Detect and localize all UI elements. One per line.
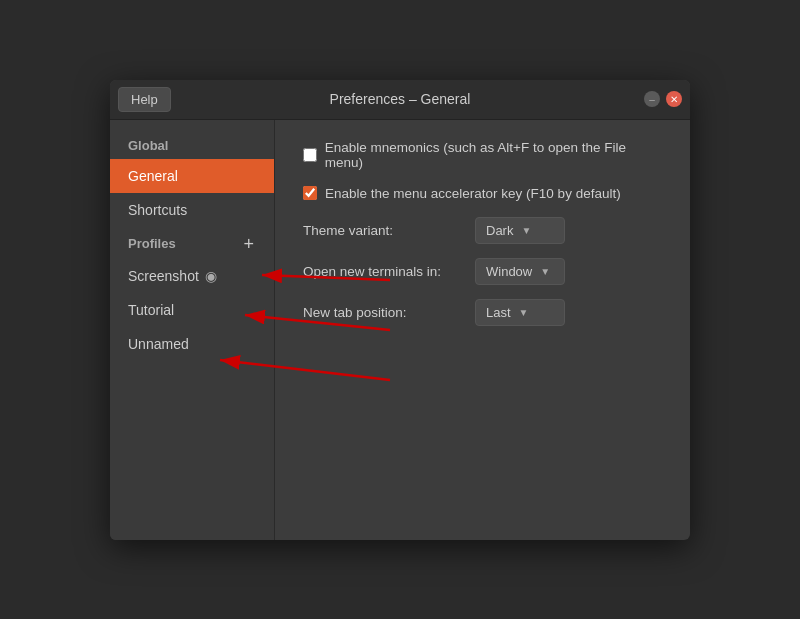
accelerator-label[interactable]: Enable the menu accelerator key (F10 by … xyxy=(303,186,621,201)
mnemonics-checkbox[interactable] xyxy=(303,148,317,162)
theme-variant-label: Theme variant: xyxy=(303,223,463,238)
sidebar-item-shortcuts[interactable]: Shortcuts xyxy=(110,193,274,227)
open-terminals-label: Open new terminals in: xyxy=(303,264,463,279)
window-title: Preferences – General xyxy=(330,91,471,107)
theme-variant-dropdown[interactable]: Dark ▼ xyxy=(475,217,565,244)
tab-position-row: New tab position: Last ▼ xyxy=(303,299,662,326)
tab-position-label: New tab position: xyxy=(303,305,463,320)
screenshot-label: Screenshot xyxy=(128,268,199,284)
sidebar-item-tutorial[interactable]: Tutorial xyxy=(110,293,274,327)
preferences-window: Help Preferences – General – ✕ Global Ge… xyxy=(110,80,690,540)
open-terminals-dropdown[interactable]: Window ▼ xyxy=(475,258,565,285)
window-controls: – ✕ xyxy=(644,91,682,107)
open-terminals-row: Open new terminals in: Window ▼ xyxy=(303,258,662,285)
sidebar-item-screenshot[interactable]: Screenshot ◉ xyxy=(110,259,274,293)
main-panel: Enable mnemonics (such as Alt+F to open … xyxy=(275,120,690,540)
profiles-section-header: Profiles + xyxy=(110,227,274,259)
profiles-label: Profiles xyxy=(128,236,176,251)
sidebar: Global General Shortcuts Profiles + Scre… xyxy=(110,120,275,540)
chevron-down-icon-2: ▼ xyxy=(540,266,550,277)
window-content: Global General Shortcuts Profiles + Scre… xyxy=(110,120,690,540)
chevron-down-icon: ▼ xyxy=(521,225,531,236)
theme-variant-value: Dark xyxy=(486,223,513,238)
titlebar: Help Preferences – General – ✕ xyxy=(110,80,690,120)
sidebar-item-general[interactable]: General xyxy=(110,159,274,193)
mnemonics-option-row: Enable mnemonics (such as Alt+F to open … xyxy=(303,140,662,170)
mnemonics-label[interactable]: Enable mnemonics (such as Alt+F to open … xyxy=(303,140,662,170)
add-profile-button[interactable]: + xyxy=(241,235,256,253)
tab-position-dropdown[interactable]: Last ▼ xyxy=(475,299,565,326)
chevron-down-icon-3: ▼ xyxy=(519,307,529,318)
accelerator-option-row: Enable the menu accelerator key (F10 by … xyxy=(303,186,662,201)
close-button[interactable]: ✕ xyxy=(666,91,682,107)
sidebar-item-unnamed[interactable]: Unnamed xyxy=(110,327,274,361)
theme-variant-row: Theme variant: Dark ▼ xyxy=(303,217,662,244)
global-section-label: Global xyxy=(110,128,274,159)
default-profile-icon: ◉ xyxy=(205,268,217,284)
help-button[interactable]: Help xyxy=(118,87,171,112)
tab-position-value: Last xyxy=(486,305,511,320)
accelerator-checkbox[interactable] xyxy=(303,186,317,200)
minimize-button[interactable]: – xyxy=(644,91,660,107)
open-terminals-value: Window xyxy=(486,264,532,279)
